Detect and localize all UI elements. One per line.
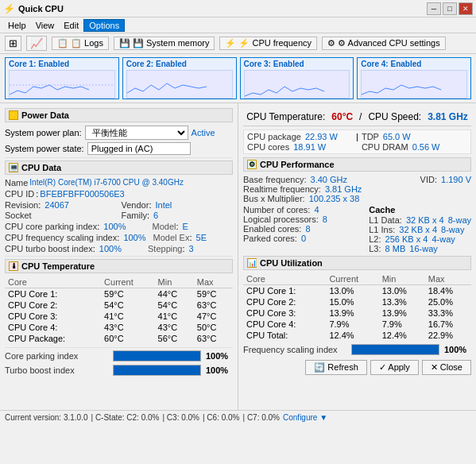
vendor-row: Vendor: Intel — [122, 200, 234, 210]
minimize-button[interactable]: ─ — [427, 2, 441, 15]
menu-view[interactable]: View — [31, 20, 60, 31]
vid-section: VID: 1.190 V — [420, 175, 471, 203]
l1-ins-way: 8-way — [441, 225, 464, 234]
title-bar-title: ⚡ Quick CPU — [3, 3, 64, 14]
right-panel: CPU Temperature: 60°C / CPU Speed: 3.81 … — [238, 103, 476, 410]
configure-dropdown[interactable]: Configure ▼ — [283, 413, 327, 422]
table-row: CPU Core 2:54°C54°C63°C — [5, 300, 233, 311]
cpu-name-row: Name Intel(R) Core(TM) i7-6700 CPU @ 3.4… — [5, 178, 233, 188]
core-parking-index-pct: 100% — [206, 351, 233, 361]
util-col-max: Max — [425, 273, 471, 285]
core-parking-index-bar — [113, 350, 201, 362]
model-value: E — [183, 222, 188, 231]
core-2-graph-svg — [127, 71, 232, 98]
model-ex-value: 5E — [196, 233, 207, 242]
toolbar-btn-1[interactable]: ⊞ — [5, 36, 21, 51]
freq-scaling-index-label: Frequency scaling index — [243, 345, 346, 354]
cpu-cores-value: 18.91 W — [293, 142, 326, 152]
menu-help[interactable]: Help — [3, 20, 31, 31]
turbo-boost-index-fill — [114, 365, 200, 375]
cpu-dram-value: 0.56 W — [412, 142, 440, 152]
core-1-title: Core 1: Enabled — [9, 60, 115, 68]
parked-cores-value: 0 — [301, 234, 306, 243]
cores-row: Core 1: Enabled Core 2: Enabled Core 3: … — [0, 54, 476, 103]
family-value: 6 — [153, 211, 158, 220]
cpu-perf-content: Base frequency: 3.40 GHz Realtime freque… — [243, 175, 471, 253]
menu-bar: Help View Edit Options — [0, 17, 476, 33]
power-state-row: System power state: Plugged in (AC) — [5, 142, 233, 155]
power-state-label: System power state: — [5, 144, 84, 153]
power-plan-active: Active — [192, 128, 215, 137]
l1-ins-value: 32 KB x 4 — [399, 225, 437, 234]
power-metrics: CPU package 22.93 W | TDP 65.0 W CPU cor… — [243, 130, 471, 154]
temp-col-current: Current — [101, 276, 155, 288]
cpu-frequency-button[interactable]: ⚡ ⚡ CPU frequency — [219, 37, 317, 50]
freq-scaling-index-bar — [351, 344, 439, 355]
cstate2-label: | C-State: C2: 0.0% — [91, 413, 160, 422]
bus-multiplier-value: 100.235 x 38 — [309, 194, 360, 203]
power-plan-select[interactable]: 平衡性能 — [85, 126, 188, 140]
close-app-button[interactable]: ✕ Close — [422, 360, 471, 375]
cpu-util-icon: 📊 — [247, 258, 257, 268]
core-2-title: Core 2: Enabled — [126, 60, 233, 68]
close-button[interactable]: ✕ — [459, 2, 473, 15]
temperature-table-body: CPU Core 1:59°C44°C59°CCPU Core 2:54°C54… — [5, 288, 233, 345]
core-4-graph-svg — [362, 71, 466, 98]
title-bar-controls: ─ □ ✕ — [427, 2, 473, 15]
cpu-temp-icon: 🌡 — [9, 261, 18, 271]
logs-button[interactable]: 📋 📋 Logs — [52, 37, 109, 50]
toolbar-btn-2[interactable]: 📈 — [26, 36, 47, 51]
l1-ins-row: L1 Ins: 32 KB x 4 8-way — [369, 225, 471, 234]
freq-scaling-index-pct: 100% — [444, 345, 471, 354]
cpu-data-title: CPU Data — [21, 163, 61, 172]
temp-col-min: Min — [155, 276, 194, 288]
core-4-graph — [361, 70, 467, 99]
power-plan-row: System power plan: 平衡性能 Active — [5, 126, 233, 140]
cpu-util-header: 📊 CPU Utilization — [243, 256, 471, 270]
core-2-box: Core 2: Enabled — [122, 57, 237, 99]
svg-rect-4 — [362, 71, 466, 98]
tdp-row: TDP 65.0 W — [362, 132, 467, 141]
menu-options[interactable]: Options — [83, 19, 125, 32]
logs-label: 📋 Logs — [71, 38, 103, 48]
system-memory-button[interactable]: 💾 💾 System memory — [114, 37, 215, 50]
socket-row: Socket — [5, 211, 117, 220]
util-col-core: Core — [243, 273, 326, 285]
perf-left: Number of cores: 4 Logical processors: 8… — [243, 205, 366, 253]
cpu-speed-label: CPU Speed: — [368, 111, 421, 122]
num-cores-value: 4 — [314, 205, 319, 215]
util-col-current: Current — [326, 273, 378, 285]
cpu-name-value: Intel(R) Core(TM) i7-6700 CPU @ 3.40GHz — [29, 178, 184, 188]
apply-button[interactable]: ✓ Apply — [370, 360, 419, 375]
c7-label: | C7: 0.0% — [243, 413, 281, 422]
power-data-header: ⚡ Power Data — [5, 108, 233, 122]
refresh-button[interactable]: 🔄 Refresh — [305, 360, 367, 375]
cpu-perf-header: ⚙ CPU Performance — [243, 157, 471, 172]
revision-value: 24067 — [45, 200, 69, 210]
l2-value: 256 KB x 4 — [385, 234, 428, 244]
cpu-speed-value: 3.81 GHz — [428, 111, 468, 122]
advanced-cpu-button[interactable]: ⚙ ⚙ Advanced CPU settings — [322, 37, 446, 50]
maximize-button[interactable]: □ — [443, 2, 457, 15]
cpu-package-value: 22.93 W — [305, 132, 338, 141]
core-parking-index-row: Core parking index 100% — [5, 350, 233, 362]
turbo-boost-row: CPU turbo boost index: 100% Stepping: 3 — [5, 244, 233, 253]
turbo-boost-index-pct: 100% — [206, 365, 233, 375]
core-parking-index-fill — [114, 351, 200, 361]
cpu-perf-title: CPU Performance — [260, 160, 335, 169]
version-label: Current version: 3.1.0.0 — [5, 413, 88, 422]
cpu-data-icon: 💻 — [9, 163, 18, 172]
core-3-title: Core 3: Enabled — [244, 60, 350, 68]
cpu-id-value: BFEBFBFF000506E3 — [40, 189, 124, 199]
logical-proc-row: Logical processors: 8 — [243, 215, 366, 224]
util-col-min: Min — [379, 273, 425, 285]
base-freq-row: Base frequency: 3.40 GHz — [243, 175, 414, 184]
cpu-dram-row: CPU DRAM 0.56 W — [362, 142, 467, 152]
l1-data-value: 32 KB x 4 — [406, 215, 444, 225]
enabled-cores-value: 8 — [305, 224, 310, 234]
power-data-title: Power Data — [21, 110, 69, 120]
menu-edit[interactable]: Edit — [59, 20, 83, 31]
main-content: ⚡ Power Data System power plan: 平衡性能 Act… — [0, 103, 476, 410]
cpu-temp-value: 60°C — [331, 111, 353, 122]
parked-cores-row: Parked cores: 0 — [243, 234, 366, 243]
